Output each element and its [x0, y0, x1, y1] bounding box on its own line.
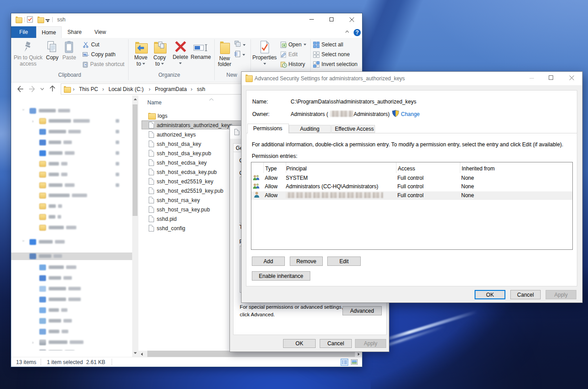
svg-text:W: W	[83, 53, 87, 56]
